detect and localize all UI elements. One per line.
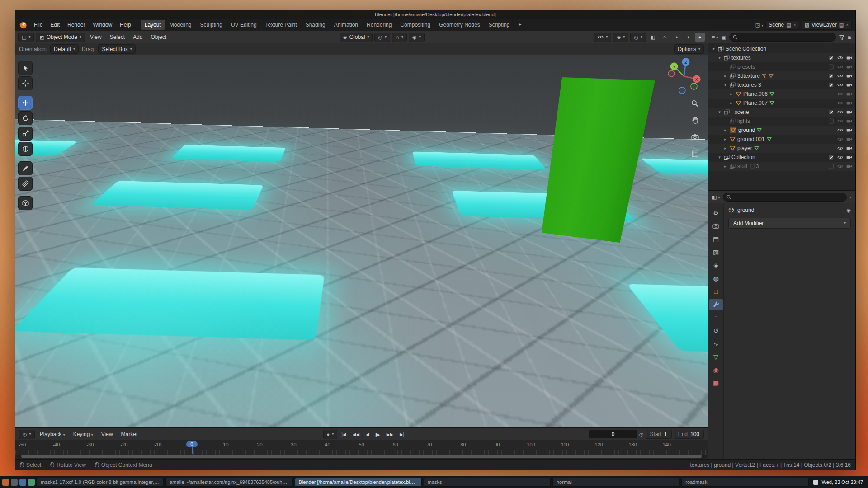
expand-icon[interactable]: ▸: [723, 146, 728, 150]
workspace-tab-compositing[interactable]: Compositing: [396, 20, 434, 30]
camera-visibility-icon[interactable]: [846, 164, 852, 169]
rotate-tool[interactable]: [18, 111, 33, 125]
outliner-row-plane-006[interactable]: ▸ Plane.006: [708, 89, 855, 99]
shading-wireframe-button[interactable]: ○: [660, 33, 670, 42]
expand-icon[interactable]: ▸: [723, 128, 728, 132]
taskbar-launcher-icon[interactable]: [11, 479, 18, 486]
outliner-row-scene[interactable]: ▾ _scene: [708, 108, 855, 117]
taskbar-launcher-icon[interactable]: [2, 479, 9, 486]
workspace-tab-rendering[interactable]: Rendering: [363, 20, 396, 30]
axis-neg-z-handle[interactable]: [679, 87, 685, 94]
jump-to-start-button[interactable]: |◀: [339, 432, 348, 437]
viewlayer-selector[interactable]: ▧ ViewLayer ▤ ×: [802, 20, 852, 30]
axis-neg-y-handle[interactable]: [691, 83, 697, 89]
eye-icon[interactable]: [837, 118, 843, 124]
tab-particles[interactable]: ∴: [709, 312, 723, 324]
camera-visibility-icon[interactable]: [846, 145, 852, 151]
use-preview-range-icon[interactable]: ◷: [639, 432, 644, 437]
outliner-row-scene-collection[interactable]: ▾ Scene Collection: [708, 44, 855, 53]
axis-neg-x-handle[interactable]: [668, 70, 675, 77]
unlink-scene-icon[interactable]: ×: [793, 23, 796, 28]
editor-type-button[interactable]: ◳▾: [18, 33, 34, 42]
add-modifier-dropdown[interactable]: Add Modifier ▾: [728, 218, 851, 229]
workspace-tab-scripting[interactable]: Scripting: [485, 20, 514, 30]
properties-editor-type-icon[interactable]: ◧ ▾: [712, 195, 720, 200]
playhead-frame-badge[interactable]: 0: [186, 441, 197, 447]
camera-view-icon[interactable]: [689, 131, 700, 142]
navigation-gizmo[interactable]: Y Z X: [665, 56, 703, 94]
outliner-row-collection[interactable]: ▾ Collection: [708, 153, 855, 162]
new-collection-icon[interactable]: ⊞: [848, 35, 852, 40]
breadcrumb-object-name[interactable]: ground: [737, 207, 754, 213]
expand-icon[interactable]: ▾: [711, 47, 716, 51]
snap-magnet-button[interactable]: ∩▾: [392, 33, 407, 42]
workspace-tab-geometry-nodes[interactable]: Geometry Nodes: [435, 20, 484, 30]
jump-to-end-button[interactable]: ▶|: [397, 432, 406, 437]
tab-material[interactable]: ◉: [709, 364, 723, 376]
add-workspace-button[interactable]: +: [514, 20, 526, 30]
camera-visibility-icon[interactable]: [846, 91, 852, 97]
eye-icon[interactable]: [837, 145, 843, 151]
camera-visibility-icon[interactable]: [846, 73, 852, 79]
outliner-row-plane-007[interactable]: ▸ Plane.007: [708, 99, 855, 108]
expand-icon[interactable]: ▸: [729, 92, 734, 96]
tab-object-data[interactable]: ▽: [709, 351, 723, 363]
drag-dropdown[interactable]: Select Box▾: [98, 44, 135, 54]
taskbar-window-masks[interactable]: masks: [424, 478, 551, 487]
outliner-row-presets[interactable]: presets: [708, 62, 855, 71]
eye-icon[interactable]: [837, 136, 843, 142]
expand-icon[interactable]: ▸: [723, 164, 728, 169]
expand-icon[interactable]: ▾: [717, 56, 722, 60]
cursor-tool[interactable]: [18, 76, 33, 90]
shading-material-button[interactable]: ◑: [683, 33, 693, 42]
browse-scene-icon[interactable]: ◳ ▾: [755, 23, 763, 28]
prev-keyframe-button[interactable]: ◀◀: [350, 432, 362, 437]
pin-icon[interactable]: ◉: [846, 208, 851, 213]
camera-visibility-icon[interactable]: [846, 118, 852, 124]
transform-tool[interactable]: [18, 142, 33, 156]
eye-icon[interactable]: [837, 127, 843, 133]
transform-orientation-selector[interactable]: ⊕Global▾: [340, 33, 373, 42]
expand-icon[interactable]: ▸: [723, 74, 728, 78]
expand-icon[interactable]: ▾: [717, 155, 722, 160]
outliner-search-box[interactable]: [729, 33, 836, 42]
menu-object[interactable]: Object: [147, 33, 170, 42]
exclude-checkbox-icon[interactable]: [828, 155, 834, 160]
taskbar-window-gimp[interactable]: masks1-17.xcf-1.0 (RGB color 8-bit gamma…: [37, 478, 164, 487]
viewport-canvas[interactable]: Y Z X: [15, 55, 708, 427]
orientation-dropdown[interactable]: Default▾: [50, 44, 79, 54]
tab-render[interactable]: [709, 220, 723, 232]
move-tool[interactable]: [18, 96, 33, 110]
measure-tool[interactable]: [18, 177, 33, 191]
overlays-dropdown[interactable]: ◎▾: [630, 33, 646, 42]
emissive-strip[interactable]: [627, 284, 708, 359]
outliner-row-lights[interactable]: lights: [708, 117, 855, 126]
exclude-checkbox-icon[interactable]: [828, 82, 834, 88]
mode-selector[interactable]: ◩Object Mode▾: [36, 33, 85, 42]
exclude-checkbox-icon[interactable]: [828, 118, 834, 124]
workspace-tab-uv-editing[interactable]: UV Editing: [227, 20, 261, 30]
emissive-strip[interactable]: [412, 151, 546, 169]
camera-visibility-icon[interactable]: [846, 127, 852, 133]
exclude-checkbox-icon[interactable]: [828, 64, 834, 70]
filter-funnel-icon[interactable]: [839, 35, 844, 40]
scale-tool[interactable]: [18, 127, 33, 141]
outliner-row-textures-3[interactable]: ▾ textures 3: [708, 80, 855, 89]
outliner-row-textures[interactable]: ▾ textures: [708, 53, 855, 62]
frame-end-field[interactable]: End100: [674, 430, 704, 439]
workspace-tab-texture-paint[interactable]: Texture Paint: [261, 20, 301, 30]
timeline-scrollbar[interactable]: [17, 455, 706, 458]
menu-help[interactable]: Help: [116, 20, 135, 29]
tab-output[interactable]: ▤: [709, 233, 723, 245]
blender-logo-icon[interactable]: [19, 21, 28, 29]
camera-visibility-icon[interactable]: [846, 155, 852, 160]
timeline-editor-type-button[interactable]: ◷▾: [19, 430, 35, 439]
camera-visibility-icon[interactable]: [846, 100, 852, 106]
tab-physics[interactable]: ↺: [709, 325, 723, 337]
shading-rendered-button[interactable]: ●: [695, 33, 705, 42]
emissive-strip[interactable]: [90, 181, 263, 210]
expand-icon[interactable]: ▸: [723, 137, 728, 141]
outliner-row-stuff[interactable]: ▸ stuff 3: [708, 162, 855, 171]
tab-world[interactable]: ◍: [709, 272, 723, 284]
workspace-tab-sculpting[interactable]: Sculpting: [196, 20, 226, 30]
